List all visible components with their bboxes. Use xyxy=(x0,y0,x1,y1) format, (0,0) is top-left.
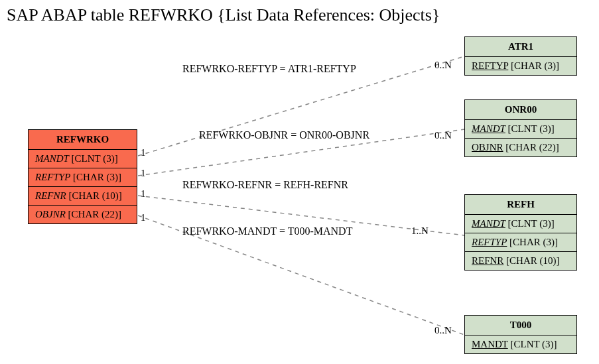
page-title: SAP ABAP table REFWRKO {List Data Refere… xyxy=(7,5,440,25)
cardinality-left: 1 xyxy=(141,212,146,223)
entity-refh: REFH MANDT [CLNT (3)] REFTYP [CHAR (3)] … xyxy=(464,194,577,271)
cardinality-left: 1 xyxy=(141,147,146,158)
entity-t000-title: T000 xyxy=(465,316,576,335)
entity-atr1: ATR1 REFTYP [CHAR (3)] xyxy=(464,36,577,76)
entity-onr00: ONR00 MANDT [CLNT (3)] OBJNR [CHAR (22)] xyxy=(464,99,577,157)
entity-refh-field: MANDT [CLNT (3)] xyxy=(465,215,576,233)
entity-t000: T000 MANDT [CLNT (3)] xyxy=(464,315,577,354)
entity-atr1-field: REFTYP [CHAR (3)] xyxy=(465,57,576,75)
entity-onr00-title: ONR00 xyxy=(465,100,576,120)
entity-refwrko-title: REFWRKO xyxy=(29,130,137,150)
relation-label: REFWRKO-MANDT = T000-MANDT xyxy=(182,225,352,237)
cardinality-right: 0..N xyxy=(434,325,452,336)
relation-label: REFWRKO-REFNR = REFH-REFNR xyxy=(182,179,348,191)
cardinality-right: 0..N xyxy=(434,60,452,71)
entity-refwrko-field: OBJNR [CHAR (22)] xyxy=(29,206,137,223)
entity-refwrko-field: REFNR [CHAR (10)] xyxy=(29,187,137,206)
relation-label: REFWRKO-REFTYP = ATR1-REFTYP xyxy=(182,63,356,75)
entity-onr00-field: MANDT [CLNT (3)] xyxy=(465,120,576,139)
entity-onr00-field: OBJNR [CHAR (22)] xyxy=(465,139,576,156)
entity-atr1-title: ATR1 xyxy=(465,37,576,57)
entity-t000-field: MANDT [CLNT (3)] xyxy=(465,335,576,353)
entity-refh-field: REFNR [CHAR (10)] xyxy=(465,252,576,270)
relation-label: REFWRKO-OBJNR = ONR00-OBJNR xyxy=(199,129,369,141)
entity-refh-field: REFTYP [CHAR (3)] xyxy=(465,233,576,252)
cardinality-left: 1 xyxy=(141,168,146,179)
cardinality-right: 1..N xyxy=(411,225,429,237)
entity-refwrko-field: REFTYP [CHAR (3)] xyxy=(29,168,137,187)
cardinality-left: 1 xyxy=(141,188,146,200)
entity-refwrko: REFWRKO MANDT [CLNT (3)] REFTYP [CHAR (3… xyxy=(28,129,137,224)
cardinality-right: 0..N xyxy=(434,130,452,141)
entity-refwrko-field: MANDT [CLNT (3)] xyxy=(29,150,137,168)
er-diagram: REFWRKO MANDT [CLNT (3)] REFTYP [CHAR (3… xyxy=(0,27,599,364)
entity-refh-title: REFH xyxy=(465,195,576,215)
